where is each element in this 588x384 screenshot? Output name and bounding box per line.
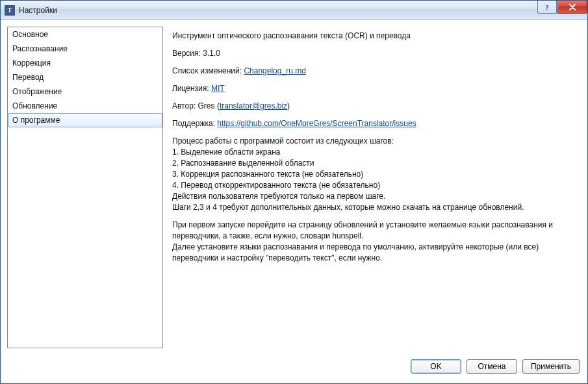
desc-line: 1. Выделение области экрана: [172, 147, 578, 158]
content-area: Основное Распознавание Коррекция Перевод…: [1, 20, 587, 355]
sidebar-item-label: Коррекция: [12, 58, 51, 68]
desc-line: Далее установите языки распознавания и п…: [172, 242, 578, 264]
app-icon: [5, 5, 15, 16]
about-heading: Инструмент оптического распознавания тек…: [172, 31, 578, 42]
author-name: Gres: [198, 101, 215, 110]
sidebar-item-about[interactable]: О программе: [8, 113, 162, 127]
about-panel: Инструмент оптического распознавания тек…: [170, 27, 581, 348]
support-row: Поддержка: https://github.com/OneMoreGre…: [172, 118, 578, 129]
sidebar-item-label: Основное: [12, 30, 48, 39]
changelog-link[interactable]: Changelog_ru.md: [244, 66, 305, 75]
version-value: 3.1.0: [203, 49, 220, 58]
desc-line: 3. Коррекция распознанного текста (не об…: [172, 169, 578, 180]
sidebar-item-correction[interactable]: Коррекция: [8, 56, 162, 70]
author-email-link[interactable]: translator@gres.biz: [220, 101, 287, 110]
settings-window: Настройки ? Основное Распознавание Корре…: [0, 0, 588, 384]
desc-line: Действия пользователя требуются только н…: [172, 191, 578, 202]
desc-line: 2. Распознавание выделенной области: [172, 158, 578, 169]
description-block: Процесс работы с программой состоит из с…: [172, 136, 578, 264]
sidebar-item-label: Обновление: [12, 101, 57, 110]
sidebar-item-label: Отображение: [12, 87, 62, 96]
window-buttons: ?: [537, 1, 587, 19]
author-label: Автор:: [172, 101, 196, 110]
desc-line: Шаги 2,3 и 4 требуют дополнительных данн…: [172, 202, 578, 213]
cancel-button[interactable]: Отмена: [467, 359, 517, 374]
desc-line: При первом запуске перейдите на страницу…: [172, 220, 578, 242]
changelog-label: Список изменений:: [172, 66, 242, 75]
version-row: Версия: 3.1.0: [172, 48, 578, 59]
sidebar-item-general[interactable]: Основное: [8, 27, 162, 42]
apply-button[interactable]: Применить: [522, 359, 580, 374]
sidebar-item-update[interactable]: Обновление: [8, 99, 162, 113]
sidebar-item-label: Распознавание: [12, 44, 68, 53]
sidebar-item-label: О программе: [12, 116, 60, 125]
license-label: Лицензия:: [172, 84, 209, 93]
support-label: Поддержка:: [172, 119, 215, 128]
settings-sidebar[interactable]: Основное Распознавание Коррекция Перевод…: [7, 27, 163, 348]
desc-line: Процесс работы с программой состоит из с…: [172, 136, 578, 147]
sidebar-item-recognition[interactable]: Распознавание: [8, 42, 162, 56]
dialog-footer: OK Отмена Применить: [1, 355, 587, 383]
svg-text:?: ?: [545, 3, 549, 11]
ok-button[interactable]: OK: [411, 359, 461, 374]
sidebar-item-display[interactable]: Отображение: [8, 84, 162, 99]
sidebar-item-translate[interactable]: Перевод: [8, 70, 162, 84]
changelog-row: Список изменений: Changelog_ru.md: [172, 66, 578, 77]
desc-line: 4. Перевод откорректированного текста (н…: [172, 180, 578, 191]
window-title: Настройки: [19, 6, 537, 15]
support-link[interactable]: https://github.com/OneMoreGres/ScreenTra…: [217, 119, 416, 128]
titlebar[interactable]: Настройки ?: [1, 1, 587, 20]
sidebar-item-label: Перевод: [12, 73, 44, 82]
license-link[interactable]: MIT: [211, 84, 225, 93]
help-button[interactable]: ?: [537, 1, 557, 14]
license-row: Лицензия: MIT: [172, 83, 578, 94]
close-button[interactable]: [557, 1, 587, 14]
version-label: Версия:: [172, 49, 201, 58]
author-row: Автор: Gres (translator@gres.biz): [172, 101, 578, 112]
